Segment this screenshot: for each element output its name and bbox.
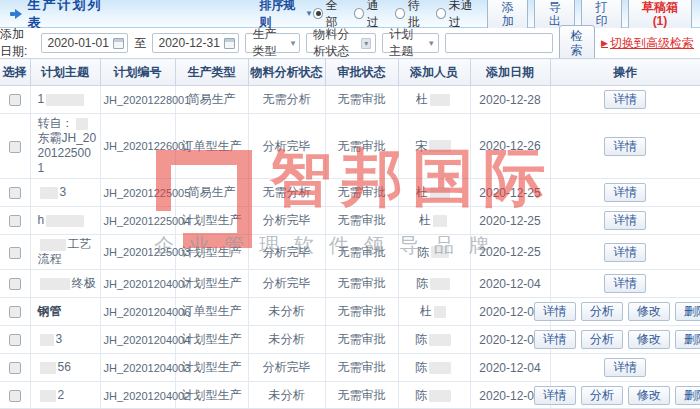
row-checkbox[interactable] (9, 215, 21, 227)
page-title: 生产计划列表 (28, 0, 110, 32)
cell-actions: 详情 (550, 179, 700, 207)
redacted-text (46, 94, 84, 106)
action-detail-button[interactable]: 详情 (604, 358, 646, 377)
calendar-icon[interactable] (113, 38, 124, 49)
action-buttons: 详情 (554, 274, 698, 293)
cell-material-status: 未分析 (248, 326, 325, 354)
action-detail-button[interactable]: 详情 (604, 211, 646, 230)
cell-plan-number: JH_20201225004 (100, 207, 175, 235)
cell-text: 杜 (420, 304, 432, 318)
cell-approval-status: 无需审批 (325, 179, 398, 207)
date-from-field[interactable] (41, 33, 128, 53)
action-detail-button[interactable]: 详情 (534, 386, 576, 405)
action-detail-button[interactable]: 详情 (604, 274, 646, 293)
row-checkbox[interactable] (9, 278, 21, 290)
search-button[interactable]: 检索 (559, 25, 596, 61)
action-delete-button[interactable]: 删除 (675, 386, 700, 405)
table-row: 2JH_20201204002计划型生产未分析无需审批陈2020-12-04详情… (0, 382, 700, 409)
action-detail-button[interactable]: 详情 (604, 90, 646, 109)
redacted-text (40, 390, 56, 402)
cell-production-type: 计划型生产 (175, 207, 248, 235)
action-buttons: 详情 (554, 358, 698, 377)
cell-person: 陈 (398, 382, 470, 409)
action-edit-button[interactable]: 修改 (628, 302, 670, 321)
action-detail-button[interactable]: 详情 (534, 302, 576, 321)
action-delete-button[interactable]: 删除 (675, 302, 700, 321)
action-detail-button[interactable]: 详情 (534, 330, 576, 349)
radio-icon (354, 8, 364, 19)
cell-subject: 工艺流程 (30, 235, 100, 270)
cell-approval-status: 无需审批 (325, 235, 398, 270)
cell-select (0, 207, 30, 235)
cell-subject: 3 (30, 179, 100, 207)
cell-person: 杜 (398, 298, 470, 326)
cell-production-type: 计划型生产 (175, 354, 248, 382)
action-detail-button[interactable]: 详情 (604, 137, 646, 156)
action-detail-button[interactable]: 详情 (604, 243, 646, 262)
redacted-text (430, 94, 450, 106)
cell-select (0, 235, 30, 270)
add-button[interactable]: 添加 (487, 0, 528, 32)
keyword-input[interactable] (445, 33, 553, 53)
material-status-select[interactable]: 物料分析状态▾ (306, 33, 376, 53)
chevron-down-icon: ▼ (305, 9, 313, 18)
cell-approval-status: 无需审批 (325, 298, 398, 326)
cell-person: 杜 (398, 179, 470, 207)
table-row: 终极JH_20201204007计划型生产分析完毕无需审批陈2020-12-04… (0, 270, 700, 298)
cell-material-status: 分析完毕 (248, 354, 325, 382)
action-analyze-button[interactable]: 分析 (581, 302, 623, 321)
column-header-material-status: 物料分析状态 (248, 59, 325, 86)
cell-material-status: 分析完毕 (248, 207, 325, 235)
row-checkbox[interactable] (9, 94, 21, 106)
action-edit-button[interactable]: 修改 (628, 330, 670, 349)
date-from-input[interactable] (47, 36, 109, 50)
plan-subject-select[interactable]: 计划主题▾ (382, 33, 438, 53)
column-header-number: 计划编号 (100, 59, 175, 86)
radio-passed[interactable]: 通过 (354, 0, 387, 31)
cell-actions: 详情分析修改删除 (550, 298, 700, 326)
cell-subject: 2 (30, 382, 100, 409)
action-delete-button[interactable]: 删除 (675, 330, 700, 349)
add-date-label: 添加日期: (0, 26, 35, 60)
cell-approval-status: 无需审批 (325, 114, 398, 179)
advanced-search-link[interactable]: ▶ 切换到高级检索 (601, 35, 694, 52)
row-checkbox[interactable] (9, 334, 21, 346)
action-buttons: 详情 (554, 137, 698, 156)
row-checkbox[interactable] (9, 306, 21, 318)
action-analyze-button[interactable]: 分析 (581, 330, 623, 349)
redacted-text (40, 362, 56, 374)
cell-text: 终极 (72, 276, 96, 290)
date-to-input[interactable] (158, 36, 220, 50)
column-header-type: 生产类型 (175, 59, 248, 86)
calendar-icon[interactable] (224, 38, 235, 49)
cell-person: 宋 (398, 114, 470, 179)
draftbox-button[interactable]: 草稿箱(1) (628, 0, 692, 32)
column-header-select: 选择 (0, 59, 30, 86)
table-row: 3JH_20201225005简易生产无需分析无需审批杜2020-12-25详情 (0, 179, 700, 207)
cell-text: 3 (56, 332, 63, 346)
action-detail-button[interactable]: 详情 (604, 183, 646, 202)
cell-text: 杜 (416, 92, 428, 106)
cell-production-type: 订单型生产 (175, 114, 248, 179)
redacted-text (76, 118, 88, 130)
radio-icon (313, 8, 323, 19)
cell-subject: 56 (30, 354, 100, 382)
row-checkbox[interactable] (9, 362, 21, 374)
row-checkbox[interactable] (9, 187, 21, 199)
cell-subject: h (30, 207, 100, 235)
action-buttons: 详情分析修改删除 (554, 386, 698, 405)
row-checkbox[interactable] (9, 247, 21, 259)
action-edit-button[interactable]: 修改 (628, 386, 670, 405)
radio-not-passed[interactable]: 未通过 (436, 0, 479, 31)
date-to-field[interactable] (152, 33, 239, 53)
row-checkbox[interactable] (9, 141, 21, 153)
cell-person: 陈 (398, 270, 470, 298)
action-analyze-button[interactable]: 分析 (581, 386, 623, 405)
cell-select (0, 179, 30, 207)
production-type-select[interactable]: 生产类型▾ (245, 33, 300, 53)
row-checkbox[interactable] (9, 390, 21, 402)
redacted-text (430, 278, 450, 290)
cell-plan-number: JH_20201228001 (100, 86, 175, 114)
cell-date: 2020-12-25 (470, 179, 550, 207)
cell-material-status: 分析完毕 (248, 114, 325, 179)
